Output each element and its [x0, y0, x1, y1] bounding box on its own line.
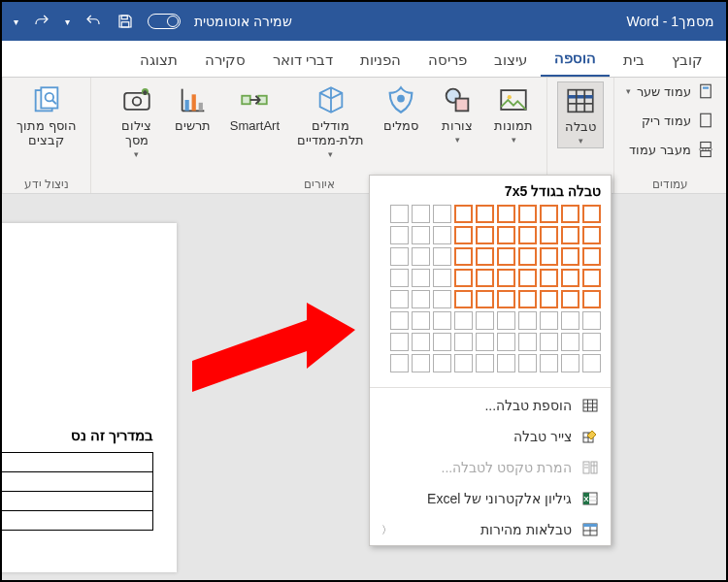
- grid-cell[interactable]: [540, 247, 558, 266]
- cover-page-button[interactable]: עמוד שער▾: [624, 81, 716, 101]
- grid-cell[interactable]: [412, 269, 430, 287]
- grid-cell[interactable]: [561, 226, 579, 244]
- grid-cell[interactable]: [561, 269, 579, 287]
- blank-page-button[interactable]: עמוד ריק: [640, 111, 716, 130]
- grid-cell[interactable]: [412, 290, 430, 308]
- insert-table-item[interactable]: הוספת טבלה...: [370, 390, 611, 421]
- grid-cell[interactable]: [454, 269, 473, 287]
- grid-cell[interactable]: [497, 354, 515, 372]
- tab-home[interactable]: בית: [610, 44, 658, 77]
- grid-cell[interactable]: [582, 226, 601, 244]
- grid-cell[interactable]: [582, 311, 601, 330]
- grid-cell[interactable]: [476, 269, 494, 287]
- grid-cell[interactable]: [433, 354, 451, 372]
- smartart-button[interactable]: SmartArt: [226, 81, 283, 135]
- grid-cell[interactable]: [518, 354, 537, 372]
- grid-cell[interactable]: [540, 354, 558, 372]
- grid-cell[interactable]: [433, 205, 451, 223]
- tab-layout[interactable]: פריסה: [414, 44, 480, 77]
- grid-cell[interactable]: [433, 269, 451, 287]
- grid-cell[interactable]: [561, 290, 579, 308]
- grid-cell[interactable]: [433, 333, 451, 351]
- grid-cell[interactable]: [433, 290, 451, 308]
- grid-cell[interactable]: [476, 311, 494, 330]
- grid-cell[interactable]: [582, 290, 601, 308]
- grid-cell[interactable]: [518, 333, 537, 351]
- grid-cell[interactable]: [476, 226, 494, 244]
- save-icon[interactable]: [116, 13, 134, 30]
- grid-cell[interactable]: [497, 311, 515, 330]
- document-page[interactable]: במדריך זה נס: [0, 223, 177, 572]
- grid-cell[interactable]: [540, 205, 558, 223]
- table-size-grid[interactable]: [370, 205, 611, 385]
- grid-cell[interactable]: [540, 333, 558, 351]
- grid-cell[interactable]: [412, 205, 430, 223]
- grid-cell[interactable]: [454, 205, 473, 223]
- grid-cell[interactable]: [561, 205, 579, 223]
- grid-cell[interactable]: [390, 290, 409, 308]
- grid-cell[interactable]: [540, 290, 558, 308]
- grid-cell[interactable]: [390, 269, 409, 287]
- grid-cell[interactable]: [390, 247, 409, 266]
- models3d-button[interactable]: מודלים תלת-ממדיים▾: [293, 81, 368, 161]
- grid-cell[interactable]: [518, 247, 537, 266]
- add-from-files-button[interactable]: הוסף מתוך קבצים: [13, 81, 81, 149]
- grid-cell[interactable]: [518, 311, 537, 330]
- grid-cell[interactable]: [433, 311, 451, 330]
- grid-cell[interactable]: [561, 247, 579, 266]
- grid-cell[interactable]: [390, 226, 409, 244]
- grid-cell[interactable]: [518, 269, 537, 287]
- pictures-button[interactable]: תמונות▾: [490, 81, 537, 146]
- grid-cell[interactable]: [454, 311, 473, 330]
- grid-cell[interactable]: [390, 205, 409, 223]
- table-button[interactable]: טבלה ▾: [557, 81, 604, 148]
- grid-cell[interactable]: [582, 333, 601, 351]
- undo-icon[interactable]: [83, 13, 103, 30]
- tab-file[interactable]: קובץ: [658, 44, 716, 77]
- grid-cell[interactable]: [518, 290, 537, 308]
- screenshot-button[interactable]: + צילום מסך▾: [114, 81, 160, 161]
- grid-cell[interactable]: [561, 354, 579, 372]
- grid-cell[interactable]: [497, 226, 515, 244]
- tab-mailings[interactable]: דברי דואר: [259, 44, 347, 77]
- quick-tables-item[interactable]: טבלאות מהירות 〈: [370, 514, 611, 545]
- grid-cell[interactable]: [454, 354, 473, 372]
- grid-cell[interactable]: [412, 247, 430, 266]
- grid-cell[interactable]: [497, 333, 515, 351]
- draw-table-item[interactable]: צייר טבלה: [370, 421, 611, 452]
- grid-cell[interactable]: [454, 247, 473, 266]
- autosave-toggle[interactable]: [148, 14, 181, 29]
- grid-cell[interactable]: [540, 269, 558, 287]
- grid-cell[interactable]: [561, 333, 579, 351]
- grid-cell[interactable]: [476, 247, 494, 266]
- grid-cell[interactable]: [454, 290, 473, 308]
- grid-cell[interactable]: [412, 333, 430, 351]
- grid-cell[interactable]: [497, 247, 515, 266]
- grid-cell[interactable]: [476, 205, 494, 223]
- grid-cell[interactable]: [476, 354, 494, 372]
- chart-button[interactable]: תרשים: [170, 81, 216, 135]
- tab-review[interactable]: סקירה: [191, 44, 259, 77]
- icons-button[interactable]: סמלים: [378, 81, 424, 135]
- grid-cell[interactable]: [582, 205, 601, 223]
- grid-cell[interactable]: [412, 354, 430, 372]
- grid-cell[interactable]: [454, 333, 473, 351]
- grid-cell[interactable]: [582, 269, 601, 287]
- grid-cell[interactable]: [476, 290, 494, 308]
- grid-cell[interactable]: [433, 226, 451, 244]
- grid-cell[interactable]: [497, 290, 515, 308]
- grid-cell[interactable]: [497, 205, 515, 223]
- page-break-button[interactable]: מעבר עמוד: [627, 140, 716, 159]
- tab-references[interactable]: הפניות: [347, 44, 414, 77]
- tab-insert[interactable]: הוספה: [541, 42, 610, 77]
- grid-cell[interactable]: [561, 311, 579, 330]
- grid-cell[interactable]: [412, 226, 430, 244]
- redo-icon[interactable]: [32, 13, 51, 30]
- excel-spreadsheet-item[interactable]: X גיליון אלקטרוני של Excel: [370, 483, 611, 514]
- tab-view[interactable]: תצוגה: [126, 44, 191, 77]
- grid-cell[interactable]: [476, 333, 494, 351]
- grid-cell[interactable]: [582, 354, 601, 372]
- undo-caret[interactable]: ▾: [65, 16, 70, 27]
- grid-cell[interactable]: [412, 311, 430, 330]
- grid-cell[interactable]: [390, 311, 409, 330]
